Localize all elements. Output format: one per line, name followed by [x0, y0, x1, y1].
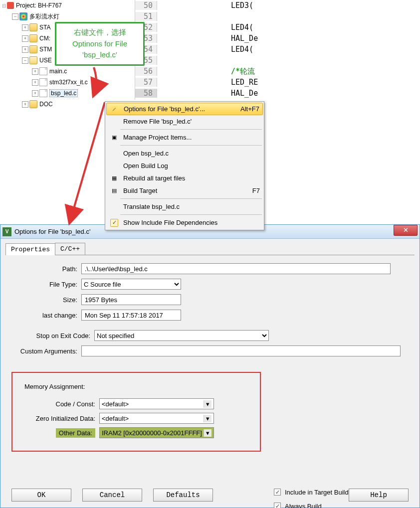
code-text: /*轮流	[166, 67, 255, 76]
tree-file-selected[interactable]: + bsp_led.c	[2, 88, 133, 99]
folder-open-icon	[29, 56, 37, 64]
tree-project[interactable]: ⊟ Project: BH-F767	[2, 0, 133, 11]
line-number: 51	[135, 12, 157, 21]
project-label: Project: BH-F767	[16, 2, 62, 9]
help-button[interactable]: Help	[349, 489, 409, 502]
project-icon	[7, 2, 14, 9]
path-input[interactable]	[81, 263, 391, 274]
menu-shortcut: Alt+F7	[240, 105, 259, 113]
filetype-label: File Type:	[11, 281, 81, 288]
path-label: Path:	[11, 265, 81, 273]
group-label: 多彩流水灯	[29, 12, 59, 21]
tree-file[interactable]: + main.c	[2, 66, 133, 77]
close-button[interactable]: ✕	[394, 225, 418, 236]
app-icon: V	[2, 227, 11, 236]
menu-label: Translate bsp_led.c	[123, 203, 260, 210]
code-text: LED_RE	[166, 78, 258, 87]
expand-icon[interactable]: +	[22, 24, 28, 31]
line-number: 56	[135, 67, 157, 76]
menu-label: Options for File 'bsp_led.c'...	[124, 105, 234, 113]
menu-label: Open Build Log	[123, 162, 260, 169]
lastchange-label: last change:	[11, 312, 81, 319]
group-icon	[19, 12, 27, 20]
arrow-icon	[79, 65, 109, 105]
code-text: HAL_De	[166, 34, 258, 43]
menu-label: Open bsp_led.c	[123, 150, 260, 157]
file-icon	[39, 67, 47, 75]
rebuild-icon: ▦	[109, 173, 119, 183]
code-text: LED4(	[166, 23, 253, 32]
folder-icon	[29, 34, 37, 42]
menu-item[interactable]: Open bsp_led.c	[106, 147, 263, 160]
expand-icon[interactable]: +	[22, 35, 28, 42]
menu-label: Build Target	[123, 187, 246, 194]
expand-icon[interactable]: +	[22, 101, 28, 108]
collapse-icon[interactable]: −	[12, 13, 18, 20]
menu-item[interactable]: Remove File 'bsp_led.c'	[106, 115, 263, 128]
options-dialog: V Options for File 'bsp_led.c' ✕ Propert…	[0, 224, 420, 508]
menu-item[interactable]: ▦Rebuild all target files	[106, 172, 263, 184]
menu-item[interactable]: ▤Build TargetF7	[106, 184, 263, 197]
customargs-input[interactable]	[81, 345, 401, 356]
menu-item[interactable]: 🪄Options for File 'bsp_led.c'...Alt+F7	[106, 103, 263, 115]
code-text: HAL_De	[166, 89, 258, 98]
tab-strip: Properties C/C++	[5, 243, 415, 255]
expand-icon[interactable]: +	[32, 90, 38, 97]
wand-icon: 🪄	[110, 104, 120, 114]
otherdata-label: Other Data:	[24, 429, 99, 437]
folder-icon	[29, 45, 37, 53]
size-input	[81, 294, 181, 305]
context-menu: 🪄Options for File 'bsp_led.c'...Alt+F7Re…	[105, 101, 264, 230]
menu-shortcut: F7	[252, 187, 260, 194]
otherdata-select[interactable]: IRAM2 [0x20000000-0x2001FFFF]▾	[99, 427, 214, 438]
defaults-button[interactable]: Defaults	[153, 489, 213, 502]
tree-file[interactable]: + stm32f7xx_it.c	[2, 77, 133, 88]
menu-item[interactable]: ▣Manage Project Items...	[106, 131, 263, 144]
menu-label: Rebuild all target files	[123, 174, 260, 182]
build-icon: ▤	[109, 186, 119, 196]
size-label: Size:	[11, 296, 81, 304]
annotation-callout: 右键文件，选择 Optinons for File 'bsp_led.c'	[55, 22, 145, 66]
memory-assignment-box: Memory Assignment: Code / Const: <defaul…	[11, 372, 261, 452]
menu-item[interactable]: Translate bsp_led.c	[106, 200, 263, 213]
menu-item[interactable]: Open Build Log	[106, 160, 263, 172]
collapse-icon[interactable]: −	[22, 57, 28, 64]
codeconst-label: Code / Const:	[24, 400, 99, 408]
codeconst-select[interactable]: <default>▾	[99, 398, 214, 409]
file-icon	[39, 78, 47, 86]
ok-button[interactable]: OK	[11, 489, 71, 502]
dialog-buttons: OK Cancel Defaults Help	[0, 489, 420, 502]
menu-label: Show Include File Dependencies	[123, 219, 260, 226]
check-icon: ✓	[109, 218, 119, 228]
blocks-icon: ▣	[109, 133, 119, 143]
code-text: LED4(	[166, 45, 253, 54]
folder-icon	[29, 100, 37, 108]
filetype-select[interactable]: C Source file	[81, 279, 181, 290]
line-number: 50	[135, 1, 157, 10]
menu-label: Manage Project Items...	[123, 134, 260, 141]
tab-cpp[interactable]: C/C++	[55, 243, 85, 255]
code-editor[interactable]: 50LED3(5152LED4(53HAL_De54LED4(5556/*轮流5…	[135, 0, 270, 100]
menu-item[interactable]: ✓Show Include File Dependencies	[106, 216, 263, 229]
checkbox-icon[interactable]: ✓	[274, 503, 281, 508]
chevron-down-icon: ▾	[204, 400, 211, 408]
line-number: 57	[135, 78, 157, 87]
chevron-down-icon: ▾	[204, 429, 211, 437]
folder-icon	[29, 23, 37, 31]
tree-group[interactable]: − 多彩流水灯	[2, 11, 133, 22]
stopexit-select[interactable]: Not specified	[94, 330, 269, 341]
chevron-down-icon: ▾	[204, 415, 211, 422]
zerodata-select[interactable]: <default>▾	[99, 413, 214, 424]
expand-icon[interactable]: +	[32, 79, 38, 86]
menu-label: Remove File 'bsp_led.c'	[123, 118, 260, 125]
memory-title: Memory Assignment:	[24, 383, 248, 390]
expand-icon[interactable]: +	[22, 46, 28, 53]
customargs-label: Custom Arguments:	[11, 347, 81, 355]
lastchange-input	[81, 310, 181, 321]
form-area: Path: File Type: C Source file Size: las…	[0, 255, 420, 366]
cancel-button[interactable]: Cancel	[82, 489, 142, 502]
line-number: 58	[135, 89, 157, 98]
expand-icon[interactable]: +	[32, 68, 38, 75]
tab-properties[interactable]: Properties	[5, 243, 55, 255]
stopexit-label: Stop on Exit Code:	[11, 332, 94, 339]
